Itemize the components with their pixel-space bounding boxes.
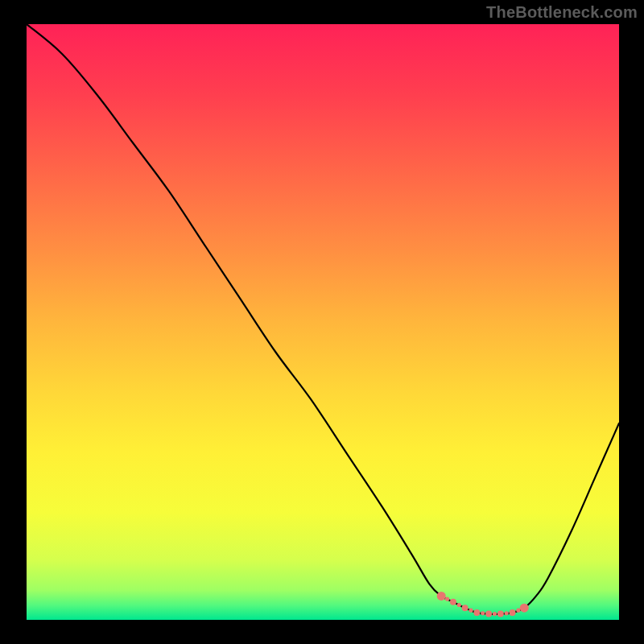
highlight-dot [450, 599, 456, 605]
highlight-dot [497, 611, 504, 617]
watermark-text: TheBottleneck.com [486, 3, 638, 22]
highlight-dot-small [505, 611, 509, 615]
highlight-dot-small [469, 609, 473, 613]
chart-background [27, 24, 619, 620]
highlight-dot-small [457, 603, 461, 607]
highlight-dot [462, 605, 469, 611]
highlight-dot [473, 609, 480, 616]
highlight-dot-small [516, 609, 520, 613]
highlight-dot [520, 604, 529, 613]
highlight-dot-small [481, 611, 485, 615]
highlight-dot [437, 592, 446, 601]
chart-frame: TheBottleneck.com [0, 0, 644, 644]
chart-svg [27, 24, 619, 620]
highlight-dot-small [445, 597, 449, 601]
plot-area [27, 24, 619, 620]
highlight-dot [510, 609, 516, 616]
highlight-dot [485, 611, 492, 617]
highlight-dot-small [493, 612, 497, 616]
